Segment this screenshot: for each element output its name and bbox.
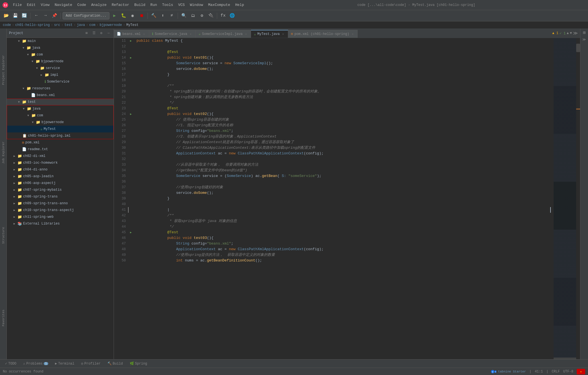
tree-someservice[interactable]: ℹ SomeService [7,78,114,85]
tree-ch07[interactable]: ▶ 📁 ch07-spring-mybatis [7,187,114,193]
vcs-btn[interactable]: ⬆ [159,12,167,20]
breadcrumb-com[interactable]: com [89,23,95,27]
menu-edit[interactable]: Edit [25,2,38,8]
tab-someservice[interactable]: ℹ SomeService.java ✕ [149,30,196,38]
run-config-dropdown[interactable]: Add Configuration... [63,12,109,19]
breadcrumb-module[interactable]: ch01-hello-spring [15,23,50,27]
bottom-tab-build[interactable]: 🔨 Build [105,361,126,367]
tab-close-someservice[interactable]: ✕ [189,32,193,36]
diff-btn[interactable]: ≠ [168,12,176,20]
translate2-btn[interactable]: 🌐 [228,12,236,20]
tree-bjpowernode[interactable]: ▼ 📁 bjpowernode [7,58,114,65]
stop-btn[interactable]: ⏹ [138,12,146,20]
minimap-scrollbar[interactable] [554,358,576,359]
breadcrumb-src[interactable]: src [54,23,60,27]
right-sidebar-btn-1[interactable]: ⊞ [582,30,587,35]
forward-btn[interactable]: → [41,12,49,20]
sync-btn[interactable]: 🔄 [20,12,28,20]
translate-btn[interactable]: fx [219,12,227,20]
find-in-files-btn[interactable]: 🗂 [189,12,197,20]
tree-java-test[interactable]: ▼ 📁 java [7,105,114,112]
menu-window[interactable]: Window [188,2,205,8]
tab-pom-xml[interactable]: m pom.xml (ch01-hello-spring) ✕ [288,30,358,38]
right-sidebar-btn-2[interactable]: ≫ [582,37,587,42]
tab-close-mytest[interactable]: ✕ [281,32,285,36]
bottom-tab-profiler[interactable]: ◎ Profiler [78,361,103,367]
open-file-btn[interactable]: 📂 [2,12,10,20]
tree-impl[interactable]: ▶ 📁 impl [7,72,114,78]
settings-btn[interactable]: ⚙ [198,12,206,20]
save-btn[interactable]: 💾 [11,12,19,20]
tree-java-main[interactable]: ▼ 📁 java [7,45,114,51]
tree-service[interactable]: ▼ 📁 service [7,65,114,72]
menu-help[interactable]: Help [233,2,246,8]
panel-settings-btn[interactable]: ⚙ [98,30,104,36]
scrollbar-thumb[interactable] [576,44,580,52]
debug-btn[interactable]: 🐛 [120,12,127,20]
menu-run[interactable]: Run [148,2,159,8]
plugins-btn[interactable]: 🔌 [207,12,215,20]
tab-close-beans-xml[interactable]: ✕ [142,32,146,36]
menu-file[interactable]: File [11,2,24,8]
indicators-nav-down[interactable]: ▼ [570,31,572,35]
menu-refactor[interactable]: Refactor [109,2,131,8]
panel-scope-btn[interactable]: ⊞ [84,30,89,36]
run-btn[interactable]: ▶ [111,12,118,20]
menu-navigate[interactable]: Navigate [52,2,74,8]
tree-ch06[interactable]: ▶ 📁 ch06-aop-aspectj [7,180,114,187]
tree-readme[interactable]: 📄 readme.txt [7,146,114,153]
tree-main[interactable]: ▼ 📁 main [7,38,114,45]
structure-label[interactable]: Structure [0,194,6,277]
tree-ch09[interactable]: ▶ 📁 ch09-spring-trans-anno [7,200,114,207]
search-everywhere-btn[interactable]: 🔍 [180,12,188,20]
encoding-indicator[interactable]: UTF-8 [563,370,573,374]
tab-beans-xml[interactable]: 📄 beans.xml ✕ [114,30,149,38]
tree-ch05[interactable]: ▶ 📁 ch05-aop-leadin [7,173,114,180]
tree-com-test[interactable]: ▼ 📁 com [7,112,114,119]
menu-view[interactable]: View [38,2,52,8]
tree-com-main[interactable]: ▼ 📁 com [7,51,114,58]
bottom-tab-todo[interactable]: ✓ TODO [2,361,19,367]
tab-close-someserviceimpl[interactable]: ✕ [244,32,248,36]
build-btn[interactable]: 🔨 [150,12,158,20]
run-btn-line14[interactable]: ▶ [128,55,134,61]
breadcrumb-test[interactable]: test [64,23,72,27]
tree-external-libs[interactable]: ▶ 📚 External Libraries [7,220,114,227]
breadcrumb-code[interactable]: code [3,23,11,27]
tab-close-pom[interactable]: ✕ [351,32,354,36]
tree-ch03[interactable]: ▶ 📁 ch03-ioc-homework [7,159,114,166]
expand-right-icon[interactable]: ≫ [573,30,578,36]
menu-tools[interactable]: Tools [160,2,175,8]
menu-vcs[interactable]: VCS [176,2,187,8]
bottom-tab-spring[interactable]: 🌿 Spring [127,361,150,367]
menu-code[interactable]: Code [75,2,88,8]
back-btn[interactable]: ← [32,12,40,20]
tree-ch11[interactable]: ▶ 📁 ch11-spring-web [7,214,114,220]
tree-test[interactable]: ▼ 📁 test [7,99,114,105]
breadcrumb-bjpowernode[interactable]: bjpowernode [100,23,122,27]
tab-mytest[interactable]: ☕ MyTest.java ✕ [251,30,288,38]
tree-mytest[interactable]: ☕ MyTest [7,126,114,132]
indicators-nav-up[interactable]: ▲ [567,31,569,35]
favorites-label[interactable]: Favorites [0,277,6,359]
tab-someserviceimpl[interactable]: ☕ SomeServiceImpl.java ✕ [196,30,251,38]
tree-iml[interactable]: 📋 ch01-hello-spring.iml [7,132,114,139]
run-btn-line11[interactable]: ▶ [128,38,134,44]
menu-maxcompute[interactable]: MaxCompute [206,2,232,8]
tree-ch08[interactable]: ▶ 📁 ch08-spring-trans [7,193,114,200]
menu-analyze[interactable]: Analyze [89,2,109,8]
run-with-coverage-btn[interactable]: ◉ [129,12,136,20]
bottom-tab-terminal[interactable]: ▶ Terminal [52,361,77,367]
position-indicator[interactable]: 41:1 [535,370,543,374]
job-explorer-label[interactable]: Job Explorer [0,111,6,194]
tree-bjpowernode-test[interactable]: ▼ 📁 bjpowernode [7,119,114,126]
menu-build[interactable]: Build [132,2,147,8]
bottom-tab-problems[interactable]: ⚠ Problems 1 [20,361,51,367]
tree-ch02[interactable]: ▶ 📁 ch02-di-xml [7,153,114,159]
run-btn-line45[interactable]: ▶ [128,230,134,235]
project-explorer-label[interactable]: Project Explorer [0,29,6,111]
recent-files-btn[interactable]: 📌 [50,12,58,20]
breadcrumb-java[interactable]: java [77,23,85,27]
editor-scrollbar[interactable] [576,38,580,359]
tree-pom[interactable]: m pom.xml [7,139,114,146]
